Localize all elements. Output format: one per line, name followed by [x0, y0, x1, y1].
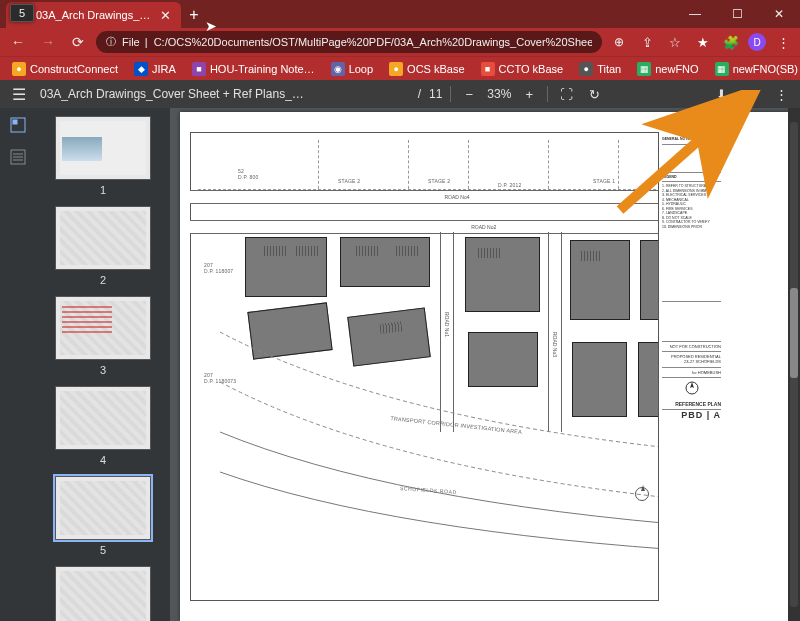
thumbnail-image: [55, 206, 151, 270]
bookmark-item[interactable]: ▦newFNO(SB): [709, 60, 800, 78]
thumbnail-image: [55, 476, 151, 540]
outline-mode-icon[interactable]: [9, 148, 27, 166]
share-icon[interactable]: ⇪: [636, 31, 658, 53]
window-titlebar: ◉ 03A_Arch Drawings_Cover Sheet ✕ + — ☐ …: [0, 0, 800, 28]
pdf-more-button[interactable]: ⋮: [772, 84, 792, 104]
separator: [547, 86, 548, 102]
pdf-page-controls: / 11 − 33% + ⛶ ↻: [418, 84, 605, 104]
building-block: [245, 237, 327, 297]
close-window-button[interactable]: ✕: [758, 0, 800, 28]
back-button[interactable]: ←: [6, 30, 30, 54]
extensions-puzzle-icon[interactable]: 🧩: [720, 31, 742, 53]
chrome-menu-button[interactable]: ⋮: [772, 31, 794, 53]
general-notes-header: GENERAL NOTES: [662, 135, 721, 145]
not-for-construction: NOT FOR CONSTRUCTION: [662, 342, 721, 352]
notes-column: 1. REFER TO STRUCTURAL 2. ALL DIMENSIONS…: [662, 182, 721, 302]
pdf-thumbnail-1[interactable]: 1: [55, 116, 151, 196]
bookmark-item[interactable]: ●OCS kBase: [383, 60, 470, 78]
bookmark-icon: ◆: [134, 62, 148, 76]
reload-button[interactable]: ⟳: [66, 30, 90, 54]
building-block: [340, 237, 430, 287]
drawing-titleblock: GENERAL NOTES LEGEND 1. REFER TO STRUCTU…: [658, 132, 724, 601]
url-input[interactable]: ⓘ File | C:/OCS%20Documents/OST/MultiPag…: [96, 31, 602, 53]
bookmark-item[interactable]: ●Titan: [573, 60, 627, 78]
pdf-content-area: 1 2 3 4 5 6: [0, 108, 800, 621]
profile-avatar[interactable]: D: [748, 33, 766, 51]
bookmark-icon: ■: [481, 62, 495, 76]
thumbnail-number: 3: [100, 364, 106, 376]
legend-header: LEGEND: [662, 173, 721, 183]
bookmark-item[interactable]: ■CCTO kBase: [475, 60, 570, 78]
bookmark-icon: ▦: [715, 62, 729, 76]
thumbnail-number: 5: [100, 544, 106, 556]
forward-button[interactable]: →: [36, 30, 60, 54]
pdf-sidebar-strip: [0, 108, 36, 621]
zoom-in-button[interactable]: +: [519, 84, 539, 104]
scrollbar-grip[interactable]: [790, 288, 798, 378]
tab-close-icon[interactable]: ✕: [160, 8, 171, 23]
bookmark-item[interactable]: ■HOU-Training Note…: [186, 60, 321, 78]
pdf-right-controls: ⬇ 🖨 ⋮: [712, 84, 792, 104]
url-text: C:/OCS%20Documents/OST/MultiPage%20PDF/0…: [154, 36, 592, 48]
pdf-thumbnail-panel[interactable]: 1 2 3 4 5 6: [36, 108, 170, 621]
road-no1: ROAD No1: [440, 232, 454, 432]
pdf-page-5: 52 D.P. 800 STAGE 2 STAGE 2 D.P. 2012 ST…: [180, 112, 794, 621]
zoom-level: 33%: [487, 87, 511, 101]
extension-icon[interactable]: ★: [692, 31, 714, 53]
print-button[interactable]: 🖨: [742, 84, 762, 104]
drawing-title: REFERENCE PLAN: [662, 399, 721, 411]
thumbnail-image: [55, 386, 151, 450]
bookmark-item[interactable]: ▦newFNO: [631, 60, 704, 78]
thumbnail-image: [55, 116, 151, 180]
bookmark-icon: ◉: [331, 62, 345, 76]
fit-page-button[interactable]: ⛶: [556, 84, 576, 104]
thumbnail-image: [55, 296, 151, 360]
road-no4: ROAD No4: [190, 190, 724, 204]
pdf-page-sep: /: [418, 87, 421, 101]
site-plan-drawing: 52 D.P. 800 STAGE 2 STAGE 2 D.P. 2012 ST…: [190, 132, 724, 601]
pdf-thumbnail-6[interactable]: 6: [55, 566, 151, 621]
bookmark-item[interactable]: ●ConstructConnect: [6, 60, 124, 78]
building-block: [570, 240, 630, 320]
lock-icon: ⓘ: [106, 35, 116, 49]
road-no2: ROAD No2: [190, 220, 724, 234]
bookmark-icon: ●: [389, 62, 403, 76]
rotate-button[interactable]: ↻: [584, 84, 604, 104]
pdf-thumbnail-3[interactable]: 3: [55, 296, 151, 376]
maximize-button[interactable]: ☐: [716, 0, 758, 28]
bookmarks-bar: ●ConstructConnect ◆JIRA ■HOU-Training No…: [0, 56, 800, 80]
pdf-toolbar: ☰ 03A_Arch Drawings_Cover Sheet + Ref Pl…: [0, 80, 800, 108]
lot-label: 207 D.P. 1180073: [204, 372, 236, 384]
pdf-thumbnail-4[interactable]: 4: [55, 386, 151, 466]
pdf-main-view[interactable]: 52 D.P. 800 STAGE 2 STAGE 2 D.P. 2012 ST…: [170, 108, 800, 621]
bookmark-item[interactable]: ◆JIRA: [128, 60, 182, 78]
pdf-page-total: 11: [429, 87, 442, 101]
thumbnail-number: 2: [100, 274, 106, 286]
separator: [450, 86, 451, 102]
building-block: [468, 332, 538, 387]
bookmark-icon: ●: [12, 62, 26, 76]
zoom-out-button[interactable]: −: [459, 84, 479, 104]
bookmark-star-icon[interactable]: ☆: [664, 31, 686, 53]
north-compass-icon: [685, 381, 699, 395]
pdf-thumbnail-2[interactable]: 2: [55, 206, 151, 286]
thumbnails-mode-icon[interactable]: [9, 116, 27, 134]
bookmark-item[interactable]: ◉Loop: [325, 60, 379, 78]
minimize-button[interactable]: —: [674, 0, 716, 28]
vertical-scrollbar[interactable]: [788, 108, 800, 621]
building-block: [465, 237, 540, 312]
new-tab-button[interactable]: +: [181, 2, 207, 28]
building-block: [247, 302, 332, 359]
translate-icon[interactable]: ⊕: [608, 31, 630, 53]
pdf-filename: 03A_Arch Drawings_Cover Sheet + Ref Plan…: [40, 87, 310, 101]
thumbnail-number: 1: [100, 184, 106, 196]
building-block: [572, 342, 627, 417]
north-arrow-icon: [635, 487, 649, 501]
bookmark-icon: ●: [579, 62, 593, 76]
pdf-sidebar-toggle[interactable]: ☰: [8, 85, 30, 104]
pdf-thumbnail-5[interactable]: 5: [55, 476, 151, 556]
project-name: PROPOSED RESIDENTIAL 23-27 SCHOFIELDS: [662, 352, 721, 367]
pdf-page-number-input[interactable]: [10, 4, 34, 22]
download-button[interactable]: ⬇: [712, 84, 732, 104]
thumbnail-image: [55, 566, 151, 621]
